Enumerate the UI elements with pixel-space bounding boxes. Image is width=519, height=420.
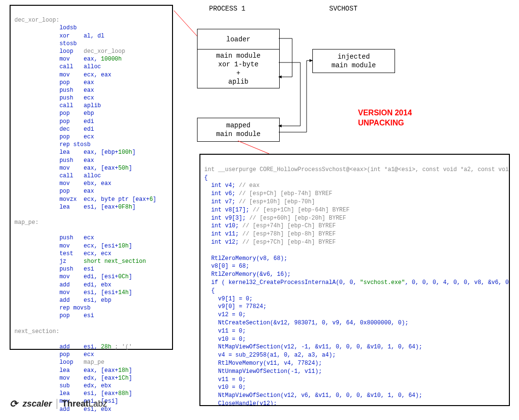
asm-row: sub: [60, 383, 70, 389]
asm-op: [eax+: [101, 367, 118, 374]
asm-op: [esi+: [101, 273, 118, 280]
box-injected: injected main module: [312, 49, 395, 73]
asm-row: push: [60, 235, 74, 241]
asm-op: ]: [132, 149, 136, 156]
asm-op: map_pe: [84, 359, 104, 366]
dec-line: NtUnmapViewOfSection(-1, v11);: [218, 368, 322, 375]
asm-lit: 10000h: [101, 56, 122, 62]
dec-comment: // [esp+60h] [ebp-20h] BYREF: [249, 215, 346, 222]
asm-op: [eax+: [101, 165, 118, 172]
asm-op: edi: [84, 126, 94, 133]
zscaler-logo-text: zscaler: [23, 399, 52, 409]
asm-row: pop: [60, 118, 70, 125]
asm-op: ecx, ecx: [84, 250, 111, 257]
asm-row: pop: [60, 351, 70, 358]
dec-comment: // [esp+1Ch] [ebp-64h] BYREF: [253, 207, 350, 213]
asm-op: ]: [129, 367, 132, 374]
asm-row: call: [60, 63, 74, 70]
asm-row: rep movsb: [60, 305, 91, 311]
asm-lit: 100h: [118, 149, 132, 156]
dec-comment: // [esp+78h] [ebp-8h] BYREF: [242, 231, 335, 237]
dec-line: v10 = 0;: [218, 384, 246, 391]
label-mappe: map_pe:: [14, 219, 38, 226]
asm-lit: 14h: [118, 289, 129, 296]
asm-row: mov: [60, 165, 70, 172]
asm-row: mov: [60, 56, 70, 62]
asm-row: pop: [60, 312, 70, 319]
asm-row: mov: [60, 375, 70, 382]
asm-op: esi,: [84, 344, 101, 350]
asm-op: eax: [84, 87, 94, 94]
svg-line-1: [238, 141, 269, 154]
dec-line: NtMapViewOfSection(v12, -1, &v11, 0, 0, …: [218, 344, 422, 350]
asm-op: ]: [129, 375, 132, 382]
box-mainmodule-l4: aplib: [228, 77, 248, 86]
dec-line: CloseHandle(v12);: [218, 400, 277, 406]
box-injected-l1: injected: [337, 52, 370, 61]
decomp-panel: int __userpurge CORE_HollowProcessSvchos…: [199, 154, 510, 406]
asm-op: eax: [84, 79, 94, 86]
dec-comment: // [esp+Ch] [ebp-74h] BYREF: [239, 190, 332, 197]
asm-op: edi,: [84, 273, 101, 280]
asm-row: push: [60, 157, 74, 164]
asm-row: jz: [60, 258, 66, 265]
asm-lit: 0F8h: [118, 204, 132, 210]
asm-op: ecx: [84, 134, 94, 140]
asm-op: short next_section: [84, 258, 146, 265]
dec-var: int v7;: [211, 198, 239, 205]
process1-header: PROCESS 1: [209, 5, 246, 12]
asm-op: ebx, eax: [84, 180, 111, 187]
asm-op: [eax+: [101, 390, 118, 397]
asm-row: pop: [60, 79, 70, 86]
asm-row: lodsb: [60, 25, 77, 31]
asm-op: ecx, byte ptr: [84, 196, 132, 203]
box-mainmodule-l1: main module: [216, 51, 260, 60]
asm-lit: 18h: [118, 367, 129, 374]
asm-row: loop: [60, 359, 74, 366]
asm-row: push: [60, 87, 74, 94]
dec-line: v4 = sub_22958(a1, 0, a2, a3, a4);: [218, 352, 336, 358]
asm-row: mov: [60, 289, 70, 296]
asm-row: add: [60, 344, 70, 350]
asm-op: ]: [153, 196, 156, 203]
threatlabz-logo-text: ThreatLabz: [57, 399, 107, 409]
asm-op: edi, ebx: [84, 282, 111, 288]
zscaler-swirl-icon: ⟳: [10, 398, 18, 409]
dec-line: v8[0] = 68;: [211, 263, 249, 270]
dec-var: int v9[3];: [211, 215, 249, 222]
dec-var: int v4;: [211, 182, 239, 189]
asm-row: add: [60, 297, 70, 304]
asm-row: stosb: [60, 40, 77, 47]
asm-row: lea: [60, 367, 70, 374]
asm-op: edx, ebx: [84, 383, 111, 389]
dec-line: if ( kernel32_CreateProcessInternalA(0, …: [211, 279, 510, 286]
asm-op: ]: [132, 204, 136, 210]
asm-lit: 50h: [118, 165, 129, 172]
asm-row: call: [60, 102, 74, 109]
dec-line: RtlMoveMemory(v11, v4, 77824);: [218, 360, 322, 367]
asm-op: ebp: [84, 110, 94, 117]
asm-row: push: [60, 95, 74, 101]
svg-line-0: [174, 11, 197, 36]
label-decxor: dec_xor_loop:: [14, 17, 60, 24]
asm-row: mov: [60, 72, 70, 78]
dec-line: v12 = 0;: [218, 311, 246, 318]
asm-op: esi: [84, 312, 94, 319]
dec-line: v9[0] = 77824;: [218, 303, 267, 310]
asm-row: lea: [60, 204, 70, 210]
asm-lit: 6: [149, 196, 153, 203]
asm-row: mov: [60, 273, 70, 280]
dec-line: RtlZeroMemory(v8, 68);: [211, 255, 287, 262]
dec-line: v10 = 0;: [218, 336, 246, 343]
box-mainmodule-l3: +: [236, 69, 240, 77]
asm-row: rep stosb: [60, 141, 91, 148]
asm-op: [eax+: [132, 196, 149, 203]
asm-op: ]: [129, 165, 132, 172]
asm-op: [esi+: [101, 289, 118, 296]
asm-op: ]: [129, 390, 132, 397]
asm-op: esi,: [84, 390, 101, 397]
asm-op: ]: [129, 243, 132, 249]
dec-line: v9[1] = 0;: [218, 296, 253, 302]
dec-var: int v6;: [211, 190, 239, 197]
asm-op: [eax+: [101, 375, 118, 382]
